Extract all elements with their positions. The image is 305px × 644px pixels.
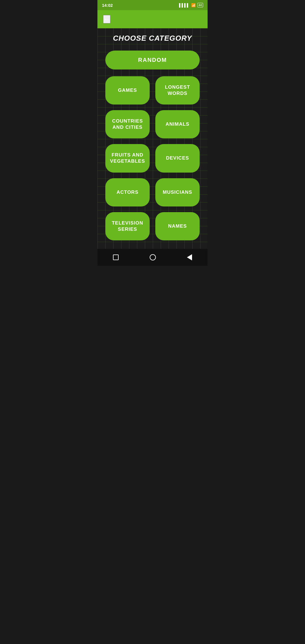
longest-words-button[interactable]: LONGEST WORDS bbox=[155, 76, 200, 105]
signal-icon: ▌▌▌▌ bbox=[179, 3, 189, 7]
status-icons: ▌▌▌▌ 📶 44 bbox=[179, 3, 203, 7]
wifi-icon: 📶 bbox=[191, 3, 196, 7]
nav-bar: ← bbox=[97, 10, 208, 28]
random-button[interactable]: RANDOM bbox=[105, 51, 200, 69]
nav-home-button[interactable] bbox=[150, 254, 156, 260]
triangle-icon bbox=[187, 254, 192, 260]
television-series-button[interactable]: TELEVISION SERIES bbox=[105, 212, 150, 240]
bottom-nav bbox=[97, 249, 208, 266]
back-button[interactable]: ← bbox=[103, 15, 110, 23]
category-row-2: COUNTRIES AND CITIES ANIMALS bbox=[105, 110, 200, 138]
animals-button[interactable]: ANIMALS bbox=[155, 110, 200, 138]
category-row-3: FRUITS AND VEGETABLES DEVICES bbox=[105, 144, 200, 172]
countries-cities-button[interactable]: COUNTRIES AND CITIES bbox=[105, 110, 150, 138]
status-bar: 14:02 ▌▌▌▌ 📶 44 bbox=[97, 0, 208, 10]
actors-button[interactable]: ACTORS bbox=[105, 178, 150, 206]
category-row-4: ACTORS MUSICIANS bbox=[105, 178, 200, 206]
square-icon bbox=[113, 254, 119, 260]
battery-icon: 44 bbox=[197, 3, 203, 7]
names-button[interactable]: NAMES bbox=[155, 212, 200, 240]
musicians-button[interactable]: MUSICIANS bbox=[155, 178, 200, 206]
nav-back-button[interactable] bbox=[187, 254, 192, 260]
circle-icon bbox=[150, 254, 156, 260]
nav-square-button[interactable] bbox=[113, 254, 119, 260]
main-content: CHOOSE CATEGORY RANDOM GAMES LONGEST WOR… bbox=[97, 28, 208, 249]
page-title: CHOOSE CATEGORY bbox=[105, 34, 200, 43]
category-row-1: GAMES LONGEST WORDS bbox=[105, 76, 200, 105]
games-button[interactable]: GAMES bbox=[105, 76, 150, 105]
fruits-vegetables-button[interactable]: FRUITS AND VEGETABLES bbox=[105, 144, 150, 172]
devices-button[interactable]: DEVICES bbox=[155, 144, 200, 172]
status-time: 14:02 bbox=[102, 3, 113, 8]
category-row-5: TELEVISION SERIES NAMES bbox=[105, 212, 200, 240]
